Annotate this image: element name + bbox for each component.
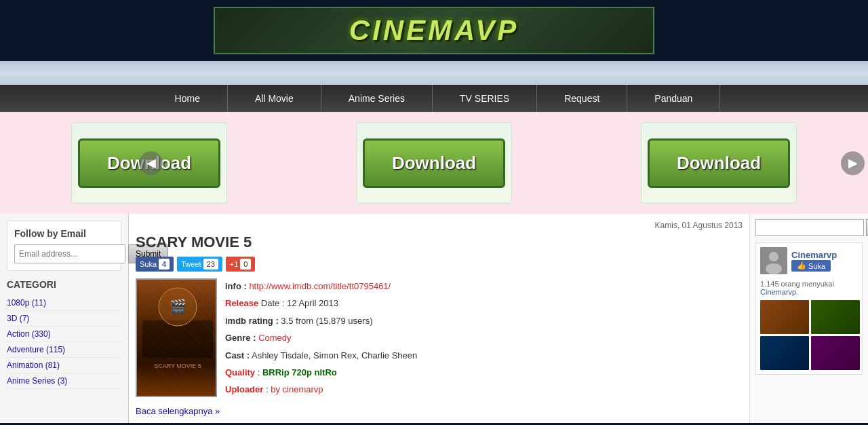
read-more-link[interactable]: Baca selengkapnya » <box>136 406 743 416</box>
cast-label: Cast : <box>225 350 250 361</box>
right-sidebar: Cari Cinemarvp <box>749 214 868 423</box>
site-logo: CINEMAVP <box>214 7 654 54</box>
navbar: Home All Movie Anime Series TV SERIES Re… <box>0 85 868 112</box>
post-body: SCARY MOVIE 5 🎬 info : http://www.imdb.c… <box>136 278 743 399</box>
cat-1080p[interactable]: 1080p (11) <box>7 295 121 311</box>
post-title: SCARY MOVIE 5 <box>136 234 743 251</box>
nav-tv-series[interactable]: TV SERIES <box>433 85 537 112</box>
nav-home[interactable]: Home <box>148 85 228 112</box>
svg-point-7 <box>766 263 782 274</box>
left-sidebar: Follow by Email Submit CATEGORI 1080p (1… <box>0 214 129 423</box>
uploader-value[interactable]: by cinemarvp <box>271 384 323 394</box>
gplus-label: +1 <box>230 260 239 268</box>
categori-title: CATEGORI <box>7 279 121 290</box>
email-input[interactable] <box>14 244 125 263</box>
social-bar: Suka 4 Tweet 23 +1 0 <box>136 257 743 272</box>
gplus-btn[interactable]: +1 0 <box>226 257 256 272</box>
ad-slot-2: Download <box>356 122 512 204</box>
ad-banner: ◀ Download Download Download ▶ <box>0 112 868 214</box>
fb-like-btn-label: Suka <box>808 262 825 270</box>
release-date: Date : 12 April 2013 <box>261 298 338 308</box>
cat-action[interactable]: Action (330) <box>7 327 121 342</box>
tweet-count: 23 <box>203 259 218 270</box>
fb-header: Cinemarvp 👍 Suka <box>760 247 858 274</box>
fb-photos <box>760 300 858 370</box>
cat-animation[interactable]: Animation (81) <box>7 358 121 373</box>
genre-label: Genre : <box>225 333 256 343</box>
quality-colon: : <box>258 367 260 377</box>
nav-anime-series[interactable]: Anime Series <box>321 85 433 112</box>
banner <box>0 61 868 85</box>
follow-form: Submit <box>14 244 114 263</box>
svg-rect-0 <box>137 280 217 397</box>
movie-poster: SCARY MOVIE 5 🎬 <box>136 278 217 397</box>
fb-fans-link[interactable]: Cinemarvp. <box>760 288 798 296</box>
tweet-label: Tweet <box>181 260 201 268</box>
fb-like-count: 4 <box>159 259 170 270</box>
svg-text:SCARY MOVIE 5: SCARY MOVIE 5 <box>154 363 201 369</box>
uploader-colon: : <box>266 384 269 394</box>
info-label: info : <box>225 281 247 291</box>
info-row-quality: Quality : BRRip 720p nItRo <box>225 365 743 380</box>
fb-photo-3 <box>760 336 809 370</box>
search-box: Cari <box>755 219 863 236</box>
nav-all-movie[interactable]: All Movie <box>228 85 321 112</box>
info-row-genre: Genre : Comedy <box>225 330 743 346</box>
download-btn-3[interactable]: Download <box>648 138 790 188</box>
fb-fans-count: 1.145 orang menyukai Cinemarvp. <box>760 280 858 296</box>
nav-request[interactable]: Request <box>537 85 627 112</box>
release-label: Release <box>225 298 258 308</box>
search-input[interactable] <box>755 219 864 236</box>
info-row-url: info : http://www.imdb.com/title/tt07954… <box>225 278 743 294</box>
fb-page-like-btn[interactable]: 👍 Suka <box>791 260 831 272</box>
fb-photo-4 <box>811 336 860 370</box>
tweet-btn[interactable]: Tweet 23 <box>177 257 222 272</box>
main-content: Kamis, 01 Agustus 2013 SCARY MOVIE 5 Suk… <box>129 214 749 423</box>
follow-title: Follow by Email <box>14 228 114 239</box>
nav-panduan[interactable]: Panduan <box>627 85 720 112</box>
facebook-like-btn[interactable]: Suka 4 <box>136 257 174 272</box>
cat-3d[interactable]: 3D (7) <box>7 311 121 327</box>
fb-widget: Cinemarvp 👍 Suka 1.145 orang menyukai Ci… <box>755 242 863 375</box>
follow-by-email-box: Follow by Email Submit <box>7 221 121 271</box>
fb-like-label: Suka <box>140 260 157 268</box>
svg-point-3 <box>159 288 197 326</box>
info-row-cast: Cast : Ashley Tisdale, Simon Rex, Charli… <box>225 348 743 363</box>
fb-photo-1 <box>760 300 809 334</box>
fb-avatar <box>760 247 787 274</box>
fb-photo-2 <box>811 300 860 334</box>
cat-anime-series[interactable]: Anime Series (3) <box>7 373 121 389</box>
prev-arrow[interactable]: ◀ <box>139 151 163 175</box>
gplus-count: 0 <box>240 259 251 270</box>
movie-info: info : http://www.imdb.com/title/tt07954… <box>225 278 743 399</box>
info-row-release: Release Date : 12 April 2013 <box>225 295 743 311</box>
post-date: Kamis, 01 Agustus 2013 <box>136 221 743 230</box>
fb-name-area: Cinemarvp 👍 Suka <box>791 250 837 272</box>
uploader-label: Uploader <box>225 384 263 394</box>
quality-label: Quality <box>225 367 255 377</box>
svg-point-6 <box>769 252 778 261</box>
imdb-link[interactable]: http://www.imdb.com/title/tt0795461/ <box>249 281 391 291</box>
cat-adventure[interactable]: Adventure (115) <box>7 342 121 358</box>
quality-value: BRRip 720p nItRo <box>262 367 337 377</box>
fb-page-name[interactable]: Cinemarvp <box>791 250 837 260</box>
svg-rect-1 <box>142 320 213 358</box>
next-arrow[interactable]: ▶ <box>841 151 865 175</box>
info-row-imdb: imdb rating : 3.5 from (15,879 users) <box>225 313 743 329</box>
download-btn-2[interactable]: Download <box>363 138 505 188</box>
ad-slot-3: Download <box>641 122 797 204</box>
info-row-uploader: Uploader : by cinemarvp <box>225 382 743 397</box>
imdb-label: imdb rating : <box>225 316 279 326</box>
genre-value[interactable]: Comedy <box>258 333 291 343</box>
svg-text:🎬: 🎬 <box>170 298 186 314</box>
imdb-value: 3.5 from (15,879 users) <box>281 316 372 326</box>
cast-value: Ashley Tisdale, Simon Rex, Charlie Sheen <box>252 350 417 361</box>
